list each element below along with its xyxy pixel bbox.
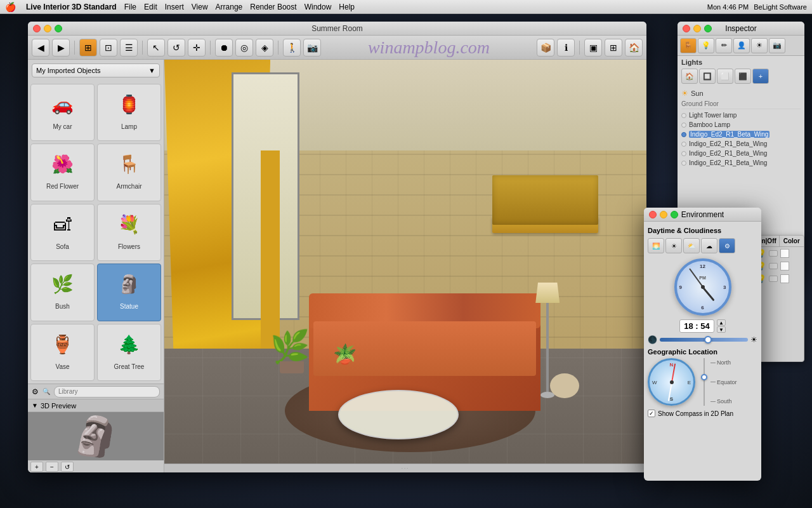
info-button[interactable]: ℹ: [557, 39, 575, 57]
lights-btn-2[interactable]: 🔲: [699, 69, 716, 84]
menu-view[interactable]: View: [192, 3, 208, 11]
env-maximize-button[interactable]: [671, 211, 678, 218]
lights-add-btn[interactable]: +: [752, 69, 769, 84]
time-field[interactable]: [679, 319, 714, 333]
view1-button[interactable]: ▣: [584, 39, 602, 57]
back-button[interactable]: ◀: [32, 39, 49, 57]
record-button[interactable]: ⏺: [215, 39, 233, 57]
search-icon: 🔍: [43, 388, 50, 395]
close-button[interactable]: [33, 25, 41, 32]
color-swatch-0[interactable]: [780, 249, 789, 258]
objects-dropdown[interactable]: My Imported Objects ▼: [32, 64, 160, 77]
view3-button[interactable]: 🏠: [625, 39, 643, 57]
latitude-slider-track[interactable]: [700, 358, 708, 406]
inspector-maximize-button[interactable]: [704, 25, 712, 32]
env-minimize-button[interactable]: [660, 211, 667, 218]
env-btn-day[interactable]: ☀: [665, 238, 682, 253]
menu-time: Mon 4:46 PM: [707, 3, 749, 11]
lights-btn-1[interactable]: 🏠: [681, 69, 698, 84]
object-item-sofa[interactable]: 🛋 Sofa: [30, 204, 95, 261]
menu-arrange[interactable]: Arrange: [216, 3, 243, 11]
list-view-button[interactable]: ☰: [120, 39, 138, 57]
resize-handle[interactable]: ···: [164, 464, 646, 472]
inspector-tab-pencil[interactable]: ✏: [716, 38, 732, 53]
maximize-button[interactable]: [55, 25, 62, 32]
inspector-tab-sun[interactable]: ☀: [751, 38, 768, 53]
apple-menu[interactable]: 🍎: [5, 2, 16, 12]
menu-insert[interactable]: Insert: [165, 3, 184, 11]
object-item-vase[interactable]: 🏺 Vase: [30, 324, 95, 381]
light-item-5[interactable]: Indigo_Ed2_R1_Beta_Wing: [681, 158, 801, 168]
menu-edit[interactable]: Edit: [144, 3, 157, 11]
menu-help[interactable]: Help: [339, 3, 355, 11]
pan-tool[interactable]: ✛: [188, 39, 206, 57]
onoff-toggle-0[interactable]: [769, 250, 778, 257]
inspector-close-button[interactable]: [683, 25, 690, 32]
minimize-button[interactable]: [44, 25, 51, 32]
object-item-great-tree[interactable]: 🌲 Great Tree: [97, 324, 161, 381]
light-item-1[interactable]: Bamboo Lamp: [681, 120, 801, 130]
3d-view-button[interactable]: ⊡: [100, 39, 117, 57]
canvas-area[interactable]: 🌿 🪴: [164, 60, 646, 472]
room-scene: 🌿 🪴: [164, 60, 646, 472]
select-tool[interactable]: ↖: [147, 39, 165, 57]
env-btn-cloudy[interactable]: ⛅: [683, 238, 700, 253]
walk-button[interactable]: 🚶: [283, 39, 301, 57]
object-btn[interactable]: 📦: [537, 39, 554, 57]
collapse-icon[interactable]: ▼: [32, 402, 38, 409]
zoom-out-button[interactable]: −: [46, 462, 58, 472]
object-item-bush[interactable]: 🌿 Bush: [30, 264, 95, 321]
brightness-row: 🌑 ☀: [648, 335, 757, 344]
light-item-4[interactable]: Indigo_Ed2_R1_Beta_Wing: [681, 149, 801, 158]
view2-button[interactable]: ⊞: [605, 39, 622, 57]
reset-view-button[interactable]: ↺: [61, 462, 74, 472]
rotate-tool[interactable]: ↺: [167, 39, 185, 57]
light-item-3[interactable]: Indigo_Ed2_R1_Beta_Wing: [681, 139, 801, 149]
vase-thumb: 🏺: [44, 327, 82, 362]
compass-west-label: W: [652, 379, 657, 385]
menu-file[interactable]: File: [124, 3, 136, 11]
env-btn-morning[interactable]: 🌅: [648, 238, 664, 253]
inspector-minimize-button[interactable]: [693, 25, 701, 32]
photo-button[interactable]: 📷: [303, 39, 321, 57]
forward-button[interactable]: ▶: [52, 39, 70, 57]
clock-num-9: 9: [679, 284, 682, 290]
object-item-red-flower[interactable]: 🌺 Red Flower: [30, 144, 95, 201]
inspector-tab-light[interactable]: 💡: [698, 38, 714, 53]
object-item-my-car[interactable]: 🚗 My car: [30, 84, 95, 141]
lights-btn-4[interactable]: ⬛: [735, 69, 751, 84]
object-item-flowers[interactable]: 💐 Flowers: [97, 204, 161, 261]
brightness-slider[interactable]: [660, 338, 748, 342]
search-input[interactable]: [54, 386, 160, 398]
color-swatch-1[interactable]: [780, 262, 789, 271]
render-button[interactable]: ◈: [256, 39, 273, 57]
coffee-table: [338, 390, 459, 439]
env-close-button[interactable]: [649, 211, 657, 218]
env-btn-custom[interactable]: ⚙: [719, 238, 735, 253]
brightness-slider-thumb[interactable]: [704, 336, 712, 344]
latitude-slider-thumb[interactable]: [701, 374, 707, 380]
settings-icon[interactable]: ⚙: [32, 387, 39, 396]
zoom-in-button[interactable]: +: [30, 462, 43, 472]
inspector-tab-person[interactable]: 👤: [733, 38, 750, 53]
inspector-tab-camera[interactable]: 📷: [769, 38, 785, 53]
object-item-lamp[interactable]: 🏮 Lamp: [97, 84, 161, 141]
camera-button[interactable]: ◎: [235, 39, 253, 57]
light-item-0[interactable]: Light Tower lamp: [681, 110, 801, 120]
inspector-tab-furniture[interactable]: 🪑: [680, 38, 697, 53]
2d-plan-button[interactable]: ⊞: [79, 39, 97, 57]
onoff-toggle-1[interactable]: [769, 263, 778, 269]
show-compass-checkbox[interactable]: ✓: [648, 410, 655, 417]
env-btn-overcast[interactable]: ☁: [701, 238, 717, 253]
menu-render-boost[interactable]: Render Boost: [250, 3, 296, 11]
menu-window[interactable]: Window: [304, 3, 332, 11]
lights-btn-3[interactable]: ⬜: [717, 69, 733, 84]
color-swatch-2[interactable]: [780, 274, 789, 283]
light-item-2[interactable]: Indigo_Ed2_R1_Beta_Wing: [681, 130, 801, 139]
time-decrement-button[interactable]: ▼: [717, 326, 726, 333]
light-bullet-icon: [681, 151, 686, 156]
onoff-toggle-2[interactable]: [769, 276, 778, 282]
time-increment-button[interactable]: ▲: [717, 319, 726, 326]
object-item-statue[interactable]: 🗿 Statue: [97, 264, 161, 321]
object-item-armchair[interactable]: 🪑 Armchair: [97, 144, 161, 201]
